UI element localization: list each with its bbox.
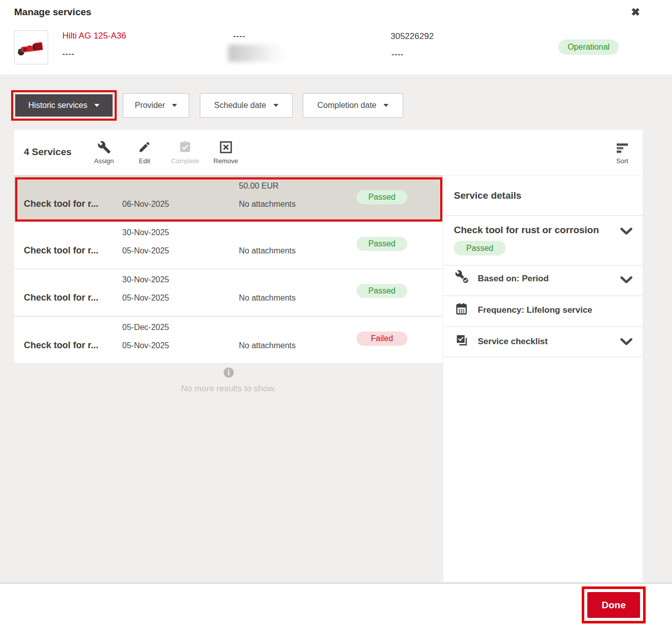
service-attachments: No attachments <box>239 293 296 303</box>
divider <box>443 215 643 216</box>
calendar-icon <box>455 302 468 317</box>
service-schedule-date: 30-Nov-2025 <box>122 275 169 284</box>
services-count: 4 Services <box>24 146 72 158</box>
pencil-icon <box>138 140 151 156</box>
service-wrench-icon <box>455 270 469 286</box>
sort-icon <box>616 140 628 156</box>
done-button[interactable]: Done <box>587 592 640 618</box>
service-attachments: No attachments <box>239 341 296 350</box>
chevron-down-icon <box>172 104 177 107</box>
service-status-badge: Passed <box>357 237 407 251</box>
schedule-date-dropdown[interactable]: Schedule date <box>200 93 293 118</box>
asset-scan-code: 305226292 <box>391 31 434 42</box>
service-completion-date: 05-Nov-2025 <box>122 341 169 350</box>
frequency-label: Frequency: Lifelong service <box>478 305 592 315</box>
chevron-down-icon <box>273 104 278 107</box>
divider <box>443 357 643 357</box>
service-completion-date: 05-Nov-2025 <box>122 293 169 303</box>
angle-grinder-image <box>16 32 46 62</box>
chevron-down-icon <box>620 228 632 237</box>
asset-name-link[interactable]: Hilti AG 125-A36 <box>62 31 126 41</box>
service-name: Check tool for r... <box>24 340 98 351</box>
completion-date-dropdown[interactable]: Completion date <box>303 93 403 118</box>
service-schedule-date: 30-Nov-2025 <box>122 228 169 237</box>
service-name: Check tool for r... <box>24 292 98 303</box>
asset-description-dash: ---- <box>62 49 75 58</box>
completion-date-label: Completion date <box>317 101 377 110</box>
asset-status-badge: Operational <box>558 40 619 55</box>
service-details-panel: Service details Check tool for rust or c… <box>443 175 643 582</box>
modal-footer <box>0 584 672 626</box>
page-title: Manage services <box>14 7 91 18</box>
redacted-value <box>228 45 287 62</box>
no-more-results-text: No more results to show. <box>14 384 443 394</box>
complete-label: Complete <box>169 157 201 165</box>
assign-label: Assign <box>88 157 120 165</box>
service-cost: 50.00 EUR <box>239 181 278 191</box>
schedule-date-label: Schedule date <box>214 101 266 110</box>
service-status-badge: Passed <box>357 190 407 204</box>
service-row[interactable]: Check tool for r... 30-Nov-2025 05-Nov-2… <box>14 222 443 269</box>
remove-button[interactable]: Remove <box>209 136 242 169</box>
service-status-badge: Passed <box>357 284 407 298</box>
provider-label: Provider <box>135 101 165 110</box>
chevron-down-icon <box>383 104 388 107</box>
edit-button[interactable]: Edit <box>128 136 161 169</box>
sort-button[interactable]: Sort <box>606 136 639 169</box>
divider <box>443 326 643 327</box>
edit-label: Edit <box>128 157 161 165</box>
remove-box-icon <box>219 140 233 156</box>
service-row[interactable]: Check tool for r... 30-Nov-2025 05-Nov-2… <box>14 269 443 316</box>
service-row[interactable]: Check tool for r... 06-Nov-2025 50.00 EU… <box>14 175 443 222</box>
manage-services-modal: Manage services ✖ Hilti AG 125-A36 ---- … <box>0 0 672 626</box>
sort-label: Sort <box>606 157 639 165</box>
service-completion-date: 05-Nov-2025 <box>122 246 169 255</box>
asset-thumbnail <box>14 30 48 64</box>
service-checklist-label: Service checklist <box>478 337 548 347</box>
historic-services-dropdown[interactable]: Historic services <box>15 94 113 117</box>
asset-field-dash: ---- <box>233 31 245 40</box>
close-icon: ✖ <box>631 6 640 18</box>
divider <box>443 265 643 266</box>
asset-serial-dash: ---- <box>392 50 404 58</box>
service-completion-date: 06-Nov-2025 <box>122 200 169 209</box>
historic-services-label: Historic services <box>28 101 87 110</box>
no-more-results: No more results to show. <box>14 367 443 394</box>
service-name: Check tool for r... <box>24 245 98 256</box>
close-button[interactable]: ✖ <box>627 4 644 20</box>
provider-dropdown[interactable]: Provider <box>123 93 189 118</box>
services-toolbar: 4 Services Assign Edit Complete <box>14 130 643 175</box>
panel-status-badge: Passed <box>454 241 506 255</box>
wrench-icon <box>97 140 111 156</box>
chevron-down-icon <box>94 104 99 107</box>
chevron-down-icon <box>620 338 632 348</box>
service-row[interactable]: Check tool for r... 05-Dec-2025 05-Nov-2… <box>14 317 443 363</box>
checklist-icon <box>455 334 468 349</box>
service-status-badge: Failed <box>357 332 407 346</box>
clipboard-check-icon <box>179 140 192 156</box>
remove-label: Remove <box>209 157 242 165</box>
panel-service-name: Check tool for rust or corrosion <box>454 225 616 236</box>
chevron-down-icon <box>620 276 632 286</box>
service-schedule-date: 05-Dec-2025 <box>122 323 169 332</box>
service-attachments: No attachments <box>239 246 296 255</box>
based-on-label: Based on: Period <box>478 274 549 284</box>
complete-button: Complete <box>169 136 201 169</box>
info-icon <box>223 367 234 378</box>
service-attachments: No attachments <box>239 200 296 209</box>
service-name: Check tool for r... <box>24 199 98 209</box>
divider <box>443 296 643 296</box>
assign-button[interactable]: Assign <box>88 136 120 169</box>
panel-title: Service details <box>454 190 521 201</box>
